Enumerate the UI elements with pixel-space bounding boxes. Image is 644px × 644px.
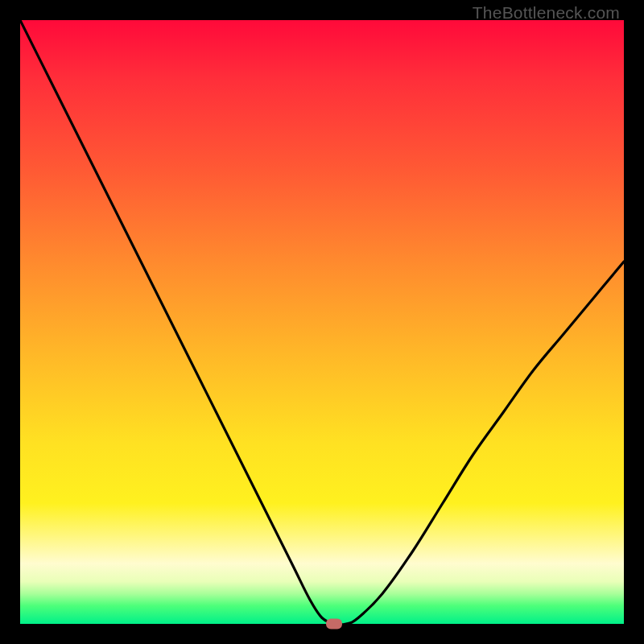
bottleneck-marker: [326, 619, 342, 630]
chart-frame: TheBottleneck.com: [0, 0, 644, 644]
bottleneck-curve: [20, 20, 624, 624]
plot-area: [20, 20, 624, 624]
